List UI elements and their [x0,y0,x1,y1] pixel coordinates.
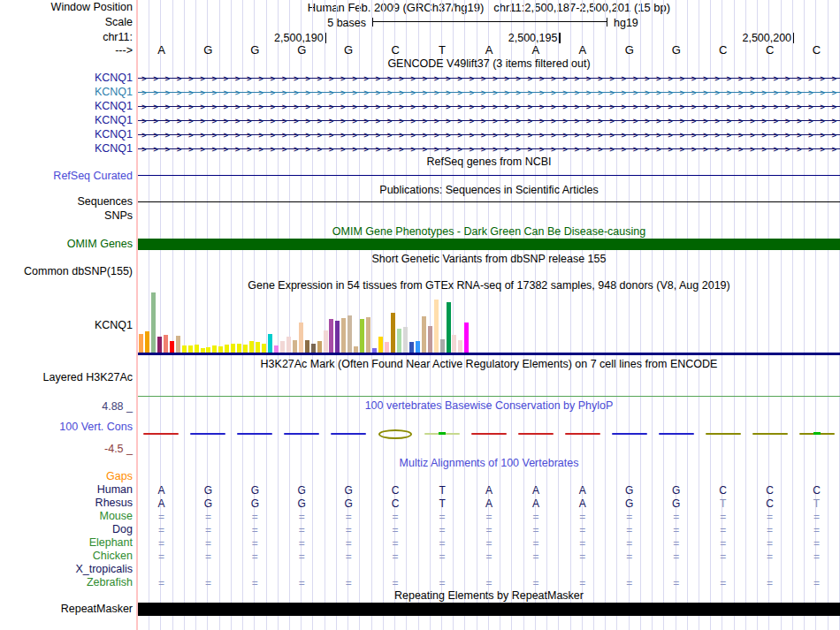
reference-base[interactable]: A [138,44,185,57]
track-display-area[interactable]: 5 bases hg19 GENCODE V49lift37 (3 items … [138,0,840,630]
common-dbsnp-label[interactable]: Common dbSNP(155) [0,266,133,277]
sequences-line[interactable] [138,201,840,202]
species-alignment-row[interactable]: AGGGGCTAAAGGTCT [138,497,840,510]
snps-label[interactable]: SNPs [0,210,133,222]
gtex-tissue-bar[interactable] [237,344,241,353]
refseq-curated-label[interactable]: RefSeq Curated [0,171,133,182]
gtex-tissue-bar[interactable] [157,337,162,353]
omim-genes-bar[interactable] [138,239,840,250]
cons-track-title[interactable]: 100 vertebrates Basewise Conservation by… [138,400,840,412]
gtex-tissue-bar[interactable] [458,340,462,353]
species-alignment-row[interactable]: =============== [138,511,840,523]
omim-track-title[interactable]: OMIM Gene Phenotypes - Dark Green Can Be… [138,226,840,238]
gene-row-label[interactable]: KCNQ1 [0,72,133,84]
gtex-tissue-bar[interactable] [305,340,309,353]
gene-transcript-row[interactable]: >>>>>>>>>>>>>>>>>>>>>>>>>>>>>>>>>>>>>>>>… [138,143,840,155]
gencode-track-title[interactable]: GENCODE V49lift37 (3 items filtered out) [138,58,840,70]
sequences-label[interactable]: Sequences [0,196,133,208]
gtex-tissue-bar[interactable] [262,344,266,353]
gtex-tissue-bar[interactable] [218,346,223,353]
gtex-tissue-bar[interactable] [280,341,285,353]
species-alignment-row[interactable]: =============== [138,577,840,589]
species-row-label[interactable]: Gaps [0,471,133,482]
gtex-tissue-bar[interactable] [195,345,199,353]
conservation-score-mark[interactable] [331,433,366,435]
conservation-score-mark[interactable] [471,433,507,435]
gtex-tissue-bar[interactable] [311,344,316,353]
gtex-tissue-bar[interactable] [360,319,364,353]
gene-transcript-row[interactable]: >>>>>>>>>>>>>>>>>>>>>>>>>>>>>>>>>>>>>>>>… [138,101,840,112]
gtex-tissue-bar[interactable] [434,300,439,353]
conservation-score-mark[interactable] [612,433,647,435]
species-row-label[interactable]: Dog [0,524,133,535]
cons-track-label[interactable]: 100 Vert. Cons [0,421,133,433]
gene-row-label[interactable]: KCNQ1 [0,115,133,126]
layered-h3k27ac-label[interactable]: Layered H3K27Ac [0,372,133,383]
multiz-track-title[interactable]: Multiz Alignments of 100 Vertebrates [138,458,840,469]
gtex-tissue-bar[interactable] [366,317,370,353]
gtex-tissue-bar[interactable] [139,334,143,353]
reference-base[interactable]: G [606,44,653,57]
species-alignment-row[interactable]: =============== [138,550,840,563]
gtex-tissue-bar[interactable] [225,345,229,353]
conservation-score-mark[interactable] [284,433,319,435]
species-row-label[interactable]: Chicken [0,550,133,562]
reference-base[interactable]: C [699,44,746,57]
refseq-track-title[interactable]: RefSeq genes from NCBI [138,156,840,168]
reference-base[interactable]: A [512,44,559,57]
gtex-tissue-bar[interactable] [464,323,469,353]
repeatmasker-bar[interactable] [138,603,840,616]
gtex-tissue-bar[interactable] [231,344,235,353]
species-row-label[interactable]: Zebrafish [0,577,133,588]
gtex-tissue-bar[interactable] [341,318,346,353]
gtex-tissue-bar[interactable] [324,330,328,353]
gtex-gene-label[interactable]: KCNQ1 [0,320,133,331]
gene-transcript-row[interactable]: >>>>>>>>>>>>>>>>>>>>>>>>>>>>>>>>>>>>>>>>… [138,129,840,140]
gtex-tissue-bar[interactable] [372,348,377,353]
gene-row-label[interactable]: KCNQ1 [0,87,133,98]
gtex-tissue-bar[interactable] [409,342,414,353]
gtex-tissue-bar[interactable] [176,336,180,353]
strand-label[interactable]: ---> [0,45,133,57]
species-row-label[interactable]: Elephant [0,537,133,549]
gtex-tissue-bar[interactable] [243,345,248,353]
conservation-score-mark[interactable] [518,433,554,435]
gtex-tissue-bar[interactable] [403,327,408,353]
gtex-tissue-bar[interactable] [416,341,420,353]
gtex-tissue-bar[interactable] [268,334,272,353]
gtex-tissue-bar[interactable] [440,339,445,353]
conservation-score-mark[interactable] [752,433,788,435]
gtex-tissue-bar[interactable] [212,345,217,353]
gtex-tissue-bar[interactable] [391,313,395,353]
gtex-tissue-bar[interactable] [206,347,210,353]
conservation-score-mark[interactable] [237,433,272,435]
gene-row-label[interactable]: KCNQ1 [0,129,133,140]
gtex-tissue-bar[interactable] [347,315,352,353]
refseq-curated-line[interactable] [138,175,840,176]
reference-base[interactable]: C [746,44,793,57]
conservation-score-mark[interactable] [565,433,600,435]
gtex-track-title[interactable]: Gene Expression in 54 tissues from GTEx … [138,280,840,292]
species-row-label[interactable]: Human [0,484,133,496]
gtex-tissue-bar[interactable] [335,321,340,353]
gtex-tissue-bar[interactable] [428,326,432,353]
reference-base[interactable]: T [419,44,466,57]
species-row-label[interactable]: X_tropicalis [0,564,133,575]
gtex-tissue-bar[interactable] [422,316,426,353]
conservation-score-mark[interactable] [190,433,225,435]
reference-base[interactable]: G [232,44,279,57]
reference-base[interactable]: G [653,44,699,57]
reference-base[interactable]: C [793,44,840,57]
gtex-tissue-bar[interactable] [378,337,383,353]
gtex-tissue-bar[interactable] [317,341,322,353]
gtex-tissue-bar[interactable] [151,292,156,353]
gtex-tissue-bar[interactable] [329,319,333,353]
species-row-label[interactable]: Rhesus [0,497,133,509]
gene-row-label[interactable]: KCNQ1 [0,101,133,112]
gtex-tissue-bar[interactable] [274,345,279,353]
h3k27ac-track-title[interactable]: H3K27Ac Mark (Often Found Near Active Re… [138,359,840,370]
gene-transcript-row[interactable]: >>>>>>>>>>>>>>>>>>>>>>>>>>>>>>>>>>>>>>>>… [138,87,840,98]
gene-transcript-row[interactable]: >>>>>>>>>>>>>>>>>>>>>>>>>>>>>>>>>>>>>>>>… [138,72,840,84]
species-alignment-row[interactable] [138,564,840,576]
gtex-tissue-bar[interactable] [397,329,401,353]
